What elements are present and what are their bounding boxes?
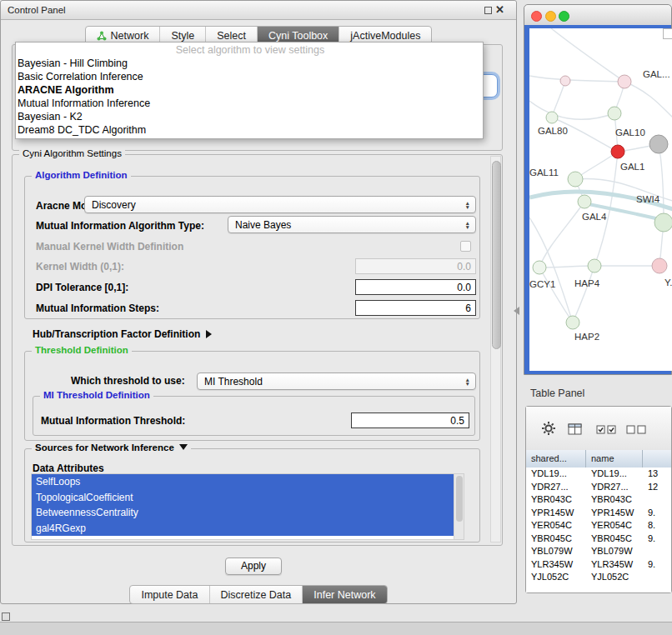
cell[interactable]: YBR045C xyxy=(591,532,632,546)
network-node[interactable] xyxy=(618,75,631,88)
expanded-arrow-icon xyxy=(179,444,188,450)
list-item-selected[interactable]: gal4RGexp xyxy=(32,521,454,537)
cell[interactable]: YDR27... xyxy=(531,481,569,494)
tab-impute-data[interactable]: Impute Data xyxy=(130,586,208,603)
kernel-width-field xyxy=(355,258,476,274)
close-icon[interactable]: ✕ xyxy=(495,2,504,18)
node-label: Y... xyxy=(664,278,672,288)
list-item-selected[interactable]: TopologicalCoefficient xyxy=(32,490,454,506)
table-row[interactable]: YDL19... YDL19... 13 xyxy=(526,468,671,481)
network-node[interactable] xyxy=(566,316,579,329)
cell[interactable]: 12 xyxy=(648,481,658,494)
cell[interactable]: YBL079W xyxy=(591,545,633,558)
network-node[interactable] xyxy=(568,172,583,187)
dropdown-item-selected[interactable]: ARACNE Algorithm xyxy=(16,83,483,97)
table-row[interactable]: YER054C YER054C 8. xyxy=(526,519,671,532)
dropdown-item[interactable]: Bayesian - K2 xyxy=(16,110,483,123)
network-canvas-bg: GAL... GAL80 GAL10 GAL11 GAL1 SWI4 GAL4 … xyxy=(529,28,672,371)
cell[interactable]: 9. xyxy=(648,558,655,572)
window-title: Control Panel xyxy=(8,1,66,19)
tab-label: Select xyxy=(217,30,246,42)
network-node[interactable] xyxy=(654,213,672,232)
network-node[interactable] xyxy=(588,259,601,272)
cell[interactable]: YER054C xyxy=(591,519,632,532)
cell[interactable]: YBR045C xyxy=(531,532,572,546)
network-node[interactable] xyxy=(533,261,546,274)
cell[interactable]: YBL079W xyxy=(531,545,573,558)
table-row[interactable]: YDR27... YDR27... 12 xyxy=(526,481,671,494)
cell[interactable]: YLR345W xyxy=(531,558,573,572)
cell[interactable]: YDR27... xyxy=(591,481,629,494)
dropdown-item[interactable]: Mutual Information Inference xyxy=(16,97,483,110)
bottom-tab-bar: Impute Data Discretize Data Infer Networ… xyxy=(1,585,516,604)
node-label: GAL1 xyxy=(620,162,644,172)
network-node[interactable] xyxy=(560,76,570,86)
cell[interactable]: YLR345W xyxy=(591,558,633,572)
list-scrollbar-thumb[interactable] xyxy=(456,476,463,522)
tab-discretize-data[interactable]: Discretize Data xyxy=(209,586,303,603)
dpi-tolerance-field[interactable] xyxy=(355,279,476,295)
network-node[interactable] xyxy=(649,135,668,153)
minimize-traffic-light[interactable] xyxy=(545,11,556,22)
hub-definition-header[interactable]: Hub/Transcription Factor Definition xyxy=(33,328,212,340)
canvas-scrollbar-stub[interactable] xyxy=(663,28,672,39)
sources-header[interactable]: Sources for Network Inference xyxy=(32,442,191,452)
tab-infer-network[interactable]: Infer Network xyxy=(302,586,386,603)
cell[interactable]: YDL19... xyxy=(591,468,627,481)
restore-panel-icon[interactable] xyxy=(2,612,10,621)
dropdown-item[interactable]: Dream8 DC_TDC Algorithm xyxy=(16,123,483,137)
control-panel-window: Control Panel ✕ Network Style Select C xyxy=(0,0,517,604)
cell[interactable]: YBR043C xyxy=(531,493,572,507)
zoom-traffic-light[interactable] xyxy=(559,11,569,22)
column-header[interactable]: shared... xyxy=(526,450,586,468)
cell[interactable]: YBR043C xyxy=(591,493,632,507)
column-header[interactable]: name xyxy=(586,450,643,468)
column-header[interactable] xyxy=(643,450,672,468)
list-item-selected[interactable]: BetweennessCentrality xyxy=(32,505,454,521)
cell[interactable]: 13 xyxy=(648,468,658,481)
cell[interactable]: 9. xyxy=(648,507,655,520)
unchecked-boxes-icon[interactable] xyxy=(626,424,648,435)
network-node[interactable] xyxy=(608,107,621,120)
cell[interactable]: YPR145W xyxy=(531,507,574,520)
checked-boxes-icon[interactable] xyxy=(596,424,618,435)
node-label: GAL... xyxy=(643,69,670,79)
table-row[interactable]: YBL079W YBL079W xyxy=(526,545,671,558)
mi-steps-label: Mutual Information Steps: xyxy=(36,302,159,314)
network-canvas[interactable]: GAL... GAL80 GAL10 GAL11 GAL1 SWI4 GAL4 … xyxy=(529,28,672,371)
table-row[interactable]: YPR145W YPR145W 9. xyxy=(526,507,671,520)
table-row[interactable]: YLR345W YLR345W 9. xyxy=(526,558,671,572)
apply-button[interactable]: Apply xyxy=(225,558,282,575)
network-node[interactable] xyxy=(546,112,558,123)
cell[interactable]: 9. xyxy=(648,532,655,546)
mi-threshold-field[interactable] xyxy=(351,412,469,428)
which-threshold-combo[interactable]: MI Threshold ▲▼ xyxy=(197,372,476,390)
table-row[interactable]: YBR043C YBR043C xyxy=(526,493,671,507)
table-row[interactable]: YBR045C YBR045C 9. xyxy=(526,532,671,546)
network-node[interactable] xyxy=(611,145,624,158)
list-item-selected[interactable]: SelfLoops xyxy=(32,474,454,490)
dropdown-item[interactable]: Basic Correlation Inference xyxy=(16,70,483,83)
cell[interactable]: YJL052C xyxy=(591,571,629,584)
dropdown-item[interactable]: Bayesian - Hill Climbing xyxy=(16,57,483,70)
network-view-window: GAL... GAL80 GAL10 GAL11 GAL1 SWI4 GAL4 … xyxy=(524,4,672,375)
settings-scrollbar-thumb[interactable] xyxy=(492,161,501,349)
cell[interactable]: YDL19... xyxy=(531,468,567,481)
mi-type-combo[interactable]: Naive Bayes ▲▼ xyxy=(228,216,476,233)
float-window-icon[interactable] xyxy=(484,7,492,14)
sources-title: Sources for Network Inference xyxy=(35,442,174,452)
network-node[interactable] xyxy=(578,195,591,208)
gear-icon[interactable] xyxy=(541,421,556,436)
cell[interactable]: 8. xyxy=(648,519,655,532)
mi-steps-field[interactable] xyxy=(355,300,476,316)
cell[interactable]: YER054C xyxy=(531,519,572,532)
network-icon xyxy=(97,31,107,41)
table-row[interactable]: YJL052C YJL052C xyxy=(526,571,671,584)
cell[interactable]: YJL052C xyxy=(531,571,569,584)
close-traffic-light[interactable] xyxy=(531,11,542,22)
network-node[interactable] xyxy=(652,258,667,273)
cell[interactable]: YPR145W xyxy=(591,507,634,520)
panel-collapse-arrow[interactable] xyxy=(514,307,519,315)
aracne-mode-combo[interactable]: Discovery ▲▼ xyxy=(84,196,476,213)
columns-icon[interactable] xyxy=(568,422,583,436)
